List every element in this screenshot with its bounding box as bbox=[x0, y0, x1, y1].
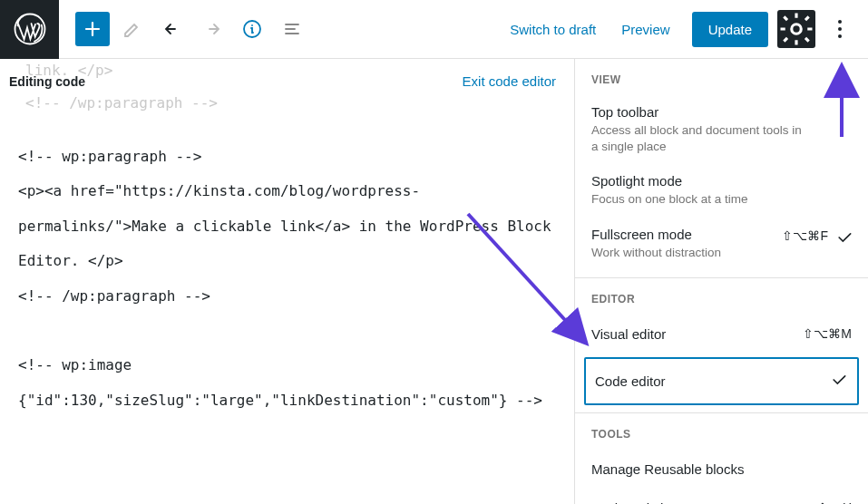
view-section-title: VIEW bbox=[575, 59, 868, 95]
settings-button[interactable] bbox=[777, 10, 815, 48]
menu-item-code-editor[interactable]: Code editor bbox=[584, 357, 859, 405]
faded-code-line: <!-- /wp:paragraph --> bbox=[25, 86, 218, 121]
wordpress-logo[interactable] bbox=[0, 0, 59, 59]
ellipsis-icon bbox=[838, 20, 842, 38]
preview-button[interactable]: Preview bbox=[609, 13, 682, 46]
menu-item-fullscreen-mode[interactable]: Fullscreen mode Work without distraction… bbox=[575, 218, 868, 270]
undo-button[interactable] bbox=[155, 12, 190, 46]
top-toolbar: Switch to draft Preview Update bbox=[0, 0, 868, 59]
edit-icon[interactable] bbox=[115, 12, 150, 46]
menu-item-keyboard-shortcuts[interactable]: Keyboard shortcuts ⌃⌥H bbox=[575, 489, 868, 504]
more-options-button[interactable] bbox=[823, 10, 857, 48]
menu-item-manage-reusable-blocks[interactable]: Manage Reusable blocks bbox=[575, 450, 868, 489]
info-button[interactable] bbox=[235, 12, 269, 46]
check-icon bbox=[830, 371, 848, 392]
options-menu: VIEW Top toolbar Access all block and do… bbox=[574, 59, 868, 504]
code-textarea[interactable]: <!-- wp:paragraph --> <p><a href="https:… bbox=[18, 140, 556, 418]
redo-button[interactable] bbox=[195, 12, 229, 46]
menu-item-spotlight-mode[interactable]: Spotlight mode Focus on one block at a t… bbox=[575, 164, 868, 217]
code-editor-pane: link. </p> <!-- /wp:paragraph --> Editin… bbox=[0, 59, 574, 504]
outline-button[interactable] bbox=[275, 12, 309, 46]
editor-section-title: EDITOR bbox=[575, 278, 868, 315]
menu-item-visual-editor[interactable]: Visual editor ⇧⌥⌘M bbox=[575, 315, 868, 354]
exit-code-editor-button[interactable]: Exit code editor bbox=[463, 73, 556, 89]
menu-item-top-toolbar[interactable]: Top toolbar Access all block and documen… bbox=[575, 95, 868, 164]
add-block-button[interactable] bbox=[75, 12, 110, 46]
tools-section-title: TOOLS bbox=[575, 413, 868, 450]
faded-code-line: link. </p> bbox=[25, 53, 112, 88]
switch-to-draft-button[interactable]: Switch to draft bbox=[497, 13, 609, 46]
check-icon bbox=[835, 228, 853, 250]
update-button[interactable]: Update bbox=[692, 12, 768, 47]
svg-point-2 bbox=[792, 24, 802, 34]
